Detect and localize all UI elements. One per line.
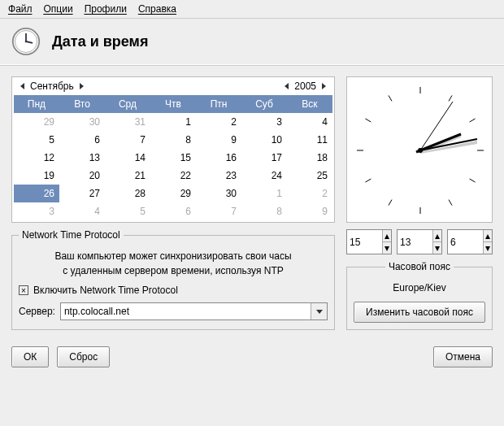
- analog-clock: [346, 76, 493, 223]
- server-input[interactable]: [61, 303, 311, 320]
- svg-marker-7: [285, 83, 289, 89]
- svg-line-10: [449, 95, 452, 101]
- year-next-button[interactable]: [318, 80, 329, 92]
- ntp-group: Network Time Protocol Ваш компьютер може…: [11, 229, 335, 330]
- calendar-day[interactable]: 10: [241, 131, 287, 149]
- month-prev-button[interactable]: [17, 80, 28, 92]
- ntp-enable-checkbox[interactable]: ×: [19, 285, 28, 295]
- menu-file[interactable]: Файл: [8, 3, 33, 15]
- calendar-day[interactable]: 15: [150, 149, 196, 167]
- calendar-day[interactable]: 4: [59, 202, 105, 220]
- calendar-day[interactable]: 22: [150, 167, 196, 185]
- change-timezone-button[interactable]: Изменить часовой пояс: [354, 302, 485, 323]
- year-prev-button[interactable]: [281, 80, 293, 92]
- calendar-day[interactable]: 7: [105, 131, 150, 149]
- calendar-day[interactable]: 1: [150, 113, 196, 131]
- clock-icon: [11, 27, 41, 56]
- calendar-day[interactable]: 9: [287, 202, 332, 220]
- calendar-day[interactable]: 20: [59, 167, 105, 185]
- ntp-description: Ваш компьютер может синхронизировать сво…: [19, 249, 328, 278]
- calendar-day[interactable]: 28: [105, 185, 150, 202]
- calendar-day[interactable]: 25: [287, 167, 332, 185]
- calendar-day[interactable]: 8: [241, 202, 287, 220]
- calendar-day[interactable]: 3: [14, 202, 59, 220]
- svg-marker-28: [316, 310, 323, 314]
- calendar-day[interactable]: 11: [287, 131, 332, 149]
- calendar-day[interactable]: 30: [196, 185, 241, 202]
- calendar-day[interactable]: 13: [59, 149, 105, 167]
- weekday-header: Суб: [241, 95, 287, 113]
- calendar-day[interactable]: 30: [59, 113, 105, 131]
- weekday-header: Пнд: [14, 95, 59, 113]
- time-spinners: ▴▾ ▴▾ ▴▾: [346, 229, 493, 254]
- calendar-day[interactable]: 8: [150, 131, 196, 149]
- weekday-header: Чтв: [150, 95, 196, 113]
- month-label[interactable]: Сентябрь: [30, 80, 74, 92]
- menubar: Файл Опции Профили Справка: [0, 0, 504, 19]
- calendar-day[interactable]: 5: [105, 202, 150, 220]
- ok-button[interactable]: ОК: [11, 346, 49, 367]
- second-input[interactable]: [448, 230, 483, 254]
- calendar-day[interactable]: 21: [105, 167, 150, 185]
- calendar-day[interactable]: 12: [14, 149, 59, 167]
- calendar-day[interactable]: 1: [241, 185, 287, 202]
- menu-options[interactable]: Опции: [44, 3, 73, 15]
- ntp-legend: Network Time Protocol: [19, 229, 124, 241]
- svg-line-14: [449, 200, 452, 206]
- month-next-button[interactable]: [76, 80, 87, 92]
- calendar-day[interactable]: 29: [14, 113, 59, 131]
- bottom-bar: ОК Сброс Отмена: [0, 338, 504, 376]
- calendar-day[interactable]: 14: [105, 149, 150, 167]
- calendar-day[interactable]: 24: [241, 167, 287, 185]
- cancel-button[interactable]: Отмена: [433, 346, 493, 367]
- timezone-value: Europe/Kiev: [354, 282, 485, 293]
- calendar-day[interactable]: 5: [14, 131, 59, 149]
- minute-down[interactable]: ▾: [433, 242, 441, 254]
- calendar-day[interactable]: 16: [196, 149, 241, 167]
- hour-up[interactable]: ▴: [383, 230, 391, 242]
- svg-marker-22: [420, 136, 461, 154]
- hour-down[interactable]: ▾: [383, 242, 391, 254]
- minute-spinner[interactable]: ▴▾: [397, 229, 442, 254]
- server-label: Сервер:: [19, 306, 55, 317]
- svg-line-19: [365, 119, 371, 122]
- calendar-day[interactable]: 6: [59, 131, 105, 149]
- calendar: Сентябрь 2005 ПндВтоСрдЧтвПтнСубВск 2930…: [11, 76, 335, 223]
- calendar-day[interactable]: 23: [196, 167, 241, 185]
- year-label[interactable]: 2005: [294, 80, 316, 92]
- hour-spinner[interactable]: ▴▾: [346, 229, 392, 254]
- page-title: Дата и время: [52, 33, 148, 50]
- calendar-day[interactable]: 9: [196, 131, 241, 149]
- calendar-day[interactable]: 19: [14, 167, 59, 185]
- calendar-day[interactable]: 7: [196, 202, 241, 220]
- minute-up[interactable]: ▴: [433, 230, 441, 242]
- second-spinner[interactable]: ▴▾: [447, 229, 493, 254]
- calendar-day[interactable]: 29: [150, 185, 196, 202]
- weekday-header: Вто: [59, 95, 105, 113]
- calendar-day[interactable]: 26: [14, 185, 59, 202]
- calendar-day[interactable]: 18: [287, 149, 332, 167]
- minute-input[interactable]: [398, 230, 432, 254]
- calendar-day[interactable]: 2: [196, 113, 241, 131]
- second-down[interactable]: ▾: [484, 242, 492, 254]
- server-combo[interactable]: [60, 302, 328, 320]
- calendar-day[interactable]: 27: [59, 185, 105, 202]
- reset-button[interactable]: Сброс: [57, 346, 110, 367]
- menu-profiles[interactable]: Профили: [85, 3, 127, 15]
- menu-help[interactable]: Справка: [138, 3, 176, 15]
- svg-marker-6: [80, 83, 84, 89]
- weekday-header: Птн: [196, 95, 241, 113]
- header: Дата и время: [0, 19, 504, 65]
- server-dropdown-button[interactable]: [311, 303, 327, 320]
- hour-input[interactable]: [347, 230, 382, 254]
- calendar-day[interactable]: 4: [287, 113, 332, 131]
- calendar-day[interactable]: 17: [241, 149, 287, 167]
- calendar-day[interactable]: 3: [241, 113, 287, 131]
- svg-point-27: [418, 148, 423, 153]
- calendar-day[interactable]: 6: [150, 202, 196, 220]
- svg-line-16: [389, 200, 392, 206]
- calendar-day[interactable]: 31: [105, 113, 150, 131]
- weekday-header: Срд: [105, 95, 150, 113]
- second-up[interactable]: ▴: [484, 230, 492, 242]
- calendar-day[interactable]: 2: [287, 185, 332, 202]
